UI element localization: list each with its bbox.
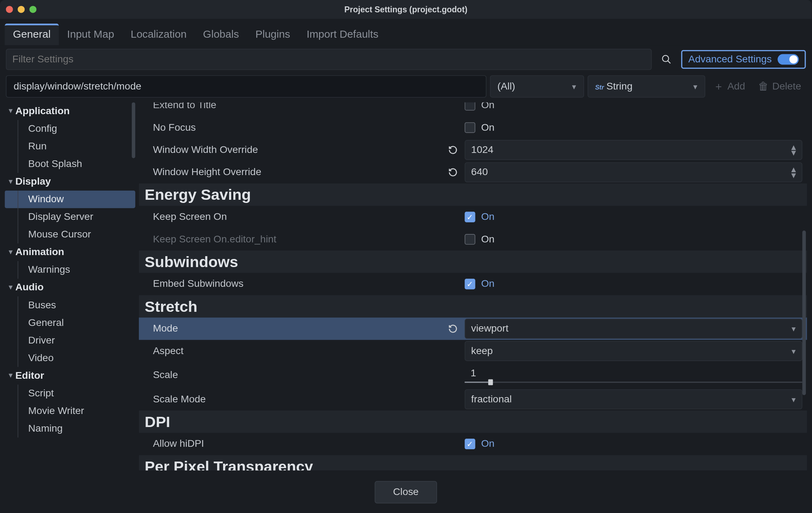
tab-general[interactable]: General	[5, 24, 59, 45]
tree-item-script[interactable]: Script	[5, 385, 135, 402]
section-dpi: DPI	[139, 410, 807, 433]
tree-group-application[interactable]: ▸Application	[5, 102, 135, 120]
tree-item-general[interactable]: General	[5, 314, 135, 332]
tree-item-warnings[interactable]: Warnings	[5, 261, 135, 279]
tree-item-config[interactable]: Config	[5, 120, 135, 137]
reset-icon[interactable]	[446, 322, 460, 336]
tab-plugins[interactable]: Plugins	[247, 24, 298, 45]
tree-item-window[interactable]: Window	[5, 191, 135, 208]
section-stretch: Stretch	[139, 295, 807, 317]
spin-icon: ▴▾	[791, 167, 796, 178]
tree-group-editor[interactable]: ▸Editor	[5, 367, 135, 384]
row-embed-subwindows: Embed Subwindows On	[139, 273, 807, 295]
stretch-mode-dropdown[interactable]: viewport▾	[465, 319, 802, 339]
panel-scrollbar[interactable]	[802, 230, 806, 395]
string-type-icon: Str	[595, 84, 604, 91]
category-tree[interactable]: ▸Application Config Run Boot Splash ▸Dis…	[5, 102, 135, 470]
titlebar: Project Settings (project.godot)	[0, 0, 812, 19]
svg-point-0	[663, 55, 669, 62]
spin-icon: ▴▾	[791, 144, 796, 156]
window-title: Project Settings (project.godot)	[0, 5, 812, 14]
checkbox-extend-to-title[interactable]	[465, 102, 475, 110]
chevron-down-icon: ▾	[572, 82, 576, 91]
row-keep-screen-on-hint: Keep Screen On.editor_hint On	[139, 228, 807, 251]
panel-scroll[interactable]: Extend to Title On No Focus On Window Wi…	[139, 102, 807, 470]
section-energy-saving: Energy Saving	[139, 184, 807, 206]
chevron-down-icon: ▾	[792, 324, 796, 334]
row-window-width-override: Window Width Override 1024▴▾	[139, 139, 807, 161]
tree-item-run[interactable]: Run	[5, 138, 135, 155]
tree-item-display-server[interactable]: Display Server	[5, 208, 135, 226]
stretch-scale-slider[interactable]: 1	[465, 367, 802, 383]
property-panel: Extend to Title On No Focus On Window Wi…	[139, 102, 807, 470]
tree-item-boot-splash[interactable]: Boot Splash	[5, 155, 135, 173]
svg-line-1	[668, 61, 671, 63]
main-area: ▸Application Config Run Boot Splash ▸Dis…	[0, 101, 812, 475]
add-property-button: ＋Add	[708, 75, 750, 98]
window-width-override-field[interactable]: 1024▴▾	[465, 140, 802, 160]
tree-item-naming[interactable]: Naming	[5, 420, 135, 438]
tab-bar: General Input Map Localization Globals P…	[0, 19, 812, 45]
toggle-icon	[777, 54, 799, 65]
row-extend-to-title: Extend to Title On	[139, 102, 807, 116]
project-settings-window: { "window": { "title": "Project Settings…	[0, 0, 812, 512]
row-window-height-override: Window Height Override 640▴▾	[139, 161, 807, 183]
row-stretch-aspect: Aspect keep▾	[139, 340, 807, 362]
checkbox-allow-hidpi[interactable]	[465, 439, 475, 449]
footer: Close	[0, 475, 812, 512]
section-per-pixel-transparency: Per Pixel Transparency	[139, 455, 807, 470]
tab-globals[interactable]: Globals	[195, 24, 247, 45]
slider-track	[465, 382, 802, 383]
stretch-scale-mode-dropdown[interactable]: fractional▾	[465, 389, 802, 409]
section-subwindows: Subwindows	[139, 251, 807, 273]
row-allow-hidpi: Allow hiDPI On	[139, 433, 807, 455]
trash-icon: 🗑	[758, 80, 769, 93]
checkbox-keep-screen-on-hint[interactable]	[465, 234, 475, 245]
close-button[interactable]: Close	[375, 481, 437, 503]
chevron-down-icon: ▾	[792, 395, 796, 404]
reset-icon[interactable]	[446, 143, 460, 157]
tree-item-movie-writer[interactable]: Movie Writer	[5, 402, 135, 420]
tree-group-audio[interactable]: ▸Audio	[5, 279, 135, 296]
property-path-input[interactable]	[6, 75, 486, 98]
stretch-aspect-dropdown[interactable]: keep▾	[465, 341, 802, 361]
filter-row: Advanced Settings	[0, 45, 812, 74]
tab-import-defaults[interactable]: Import Defaults	[299, 24, 387, 45]
filter-settings-input[interactable]	[6, 49, 652, 70]
tree-item-buses[interactable]: Buses	[5, 296, 135, 314]
checkbox-no-focus[interactable]	[465, 122, 475, 133]
type-dropdown[interactable]: StrString ▾	[588, 75, 705, 98]
tree-item-mouse-cursor[interactable]: Mouse Cursor	[5, 226, 135, 243]
tree-group-display[interactable]: ▸Display	[5, 173, 135, 191]
row-keep-screen-on: Keep Screen On On	[139, 206, 807, 228]
advanced-settings-label: Advanced Settings	[688, 54, 772, 65]
scope-dropdown-value: (All)	[497, 81, 515, 92]
slider-thumb-icon	[488, 379, 493, 385]
checkbox-embed-subwindows[interactable]	[465, 279, 475, 289]
type-dropdown-value: String	[607, 81, 633, 92]
tree-item-driver[interactable]: Driver	[5, 332, 135, 349]
row-stretch-scale: Scale 1	[139, 362, 807, 388]
window-height-override-field[interactable]: 640▴▾	[465, 162, 802, 183]
tree-item-video[interactable]: Video	[5, 349, 135, 367]
advanced-settings-toggle[interactable]: Advanced Settings	[681, 50, 806, 69]
tab-localization[interactable]: Localization	[122, 24, 195, 45]
row-no-focus: No Focus On	[139, 116, 807, 138]
search-icon[interactable]	[657, 49, 677, 69]
property-path-row: (All) ▾ StrString ▾ ＋Add 🗑Delete	[0, 74, 812, 101]
chevron-down-icon: ▾	[792, 346, 796, 356]
reset-icon[interactable]	[446, 165, 460, 179]
delete-property-button: 🗑Delete	[753, 75, 806, 98]
plus-icon: ＋	[713, 79, 724, 93]
row-stretch-mode: Mode viewport▾	[139, 317, 807, 340]
scope-dropdown[interactable]: (All) ▾	[490, 75, 584, 98]
chevron-down-icon: ▾	[693, 82, 697, 91]
tab-input-map[interactable]: Input Map	[59, 24, 122, 45]
row-stretch-scale-mode: Scale Mode fractional▾	[139, 388, 807, 410]
checkbox-keep-screen-on[interactable]	[465, 212, 475, 222]
tree-group-animation[interactable]: ▸Animation	[5, 243, 135, 261]
